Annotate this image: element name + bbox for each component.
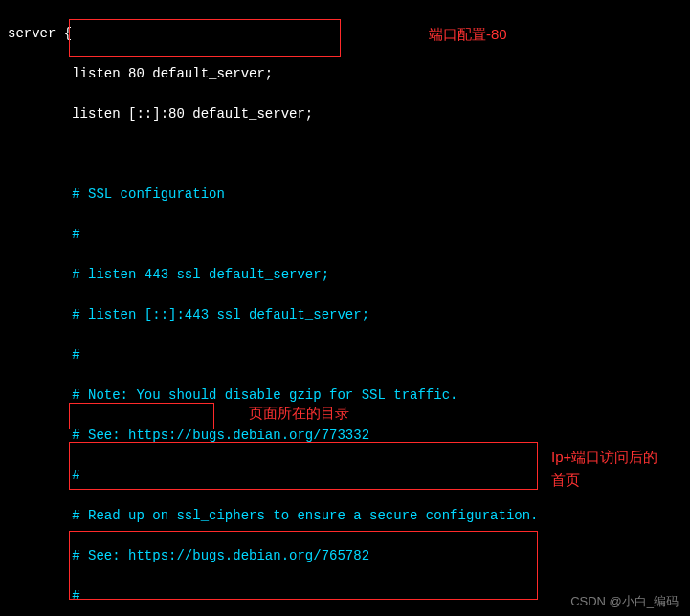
- code-comment: #: [8, 225, 682, 245]
- code-comment-gzip: # Note: You should disable gzip for SSL …: [8, 385, 682, 406]
- code-comment-bug2: # See: https://bugs.debian.org/765782: [8, 546, 682, 566]
- code-comment-ssl-config: # SSL configuration: [8, 185, 682, 205]
- code-server-open: server {: [8, 24, 682, 44]
- code-comment-listen443-v6: # listen [::]:443 ssl default_server;: [8, 305, 682, 325]
- annotation-port: 端口配置-80: [429, 26, 507, 44]
- watermark: CSDN @小白_编码: [570, 593, 679, 610]
- code-comment: #: [8, 345, 682, 365]
- code-comment-listen443: # listen 443 ssl default_server;: [8, 265, 682, 285]
- terminal-pane: server { listen 80 default_server; liste…: [0, 0, 690, 616]
- annotation-rootdir: 页面所在的目录: [249, 405, 349, 423]
- code-blank: [8, 144, 682, 165]
- code-listen-80-ipv6: listen [::]:80 default_server;: [8, 104, 682, 124]
- code-comment-bug1: # See: https://bugs.debian.org/773332: [8, 426, 682, 446]
- code-listen-80: listen 80 default_server;: [8, 64, 682, 84]
- annotation-indexpage: Ip+端口访问后的首页: [551, 446, 666, 492]
- code-comment-sslciphers: # Read up on ssl_ciphers to ensure a sec…: [8, 506, 682, 526]
